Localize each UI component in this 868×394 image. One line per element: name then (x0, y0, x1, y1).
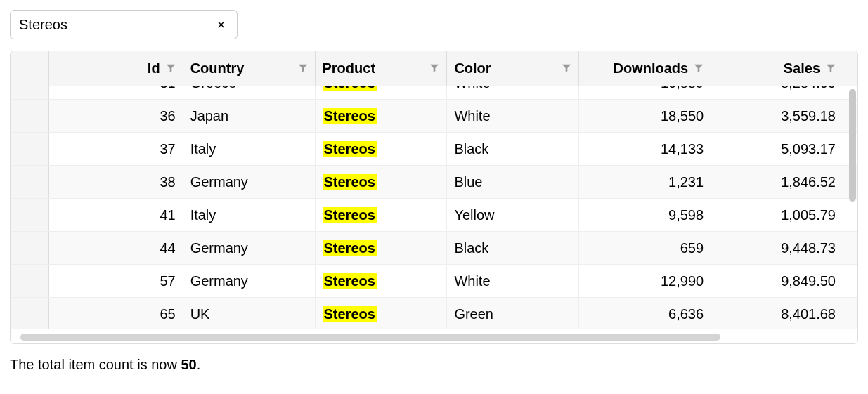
column-label: Product (323, 60, 376, 77)
row-header-cell[interactable] (11, 265, 49, 297)
column-label: Id (148, 60, 160, 77)
column-header-id[interactable]: Id (49, 51, 183, 86)
cell-spacer (843, 232, 857, 264)
column-header-color[interactable]: Color (447, 51, 579, 86)
cell-id: 36 (49, 100, 183, 132)
cell-id: 38 (49, 166, 183, 198)
cell-id: 65 (49, 298, 183, 329)
column-label: Sales (784, 60, 820, 77)
cell-downloads: 14,133 (579, 133, 711, 165)
row-header-cell[interactable] (11, 199, 49, 231)
footer-count: 50 (181, 357, 196, 372)
row-header-cell[interactable] (11, 298, 49, 329)
cell-product: Stereos (316, 166, 448, 198)
cell-sales: 3,559.18 (711, 100, 843, 132)
cell-id: 41 (49, 199, 183, 231)
table-row[interactable]: 57GermanyStereosWhite12,9909,849.50 (11, 265, 857, 298)
cell-product: Stereos (316, 100, 448, 132)
cell-color: Green (447, 298, 579, 329)
column-label: Color (454, 60, 491, 77)
filter-icon[interactable] (694, 60, 704, 77)
cell-color: White (447, 86, 579, 99)
cell-downloads: 659 (579, 232, 711, 264)
cell-sales: 9,849.50 (711, 265, 843, 297)
search-bar: × (10, 10, 858, 39)
cell-country: Germany (183, 265, 316, 297)
search-input[interactable] (10, 10, 205, 39)
filter-icon[interactable] (298, 60, 308, 77)
cell-downloads: 10,889 (579, 86, 711, 99)
cell-id: 31 (49, 86, 183, 99)
table-row[interactable]: 65UKStereosGreen6,6368,401.68 (11, 298, 857, 329)
horizontal-scrollbar[interactable] (20, 334, 720, 341)
cell-spacer (843, 298, 857, 329)
cell-sales: 8,284.00 (711, 86, 843, 99)
grid-body[interactable]: 31GreeceStereosWhite10,8898,284.0036Japa… (11, 86, 857, 329)
column-header-product[interactable]: Product (316, 51, 448, 86)
row-header-cell[interactable] (11, 166, 49, 198)
row-selector-header (11, 51, 49, 86)
table-row[interactable]: 44GermanyStereosBlack6599,448.73 (11, 232, 857, 265)
cell-country: Japan (183, 100, 316, 132)
column-header-sales[interactable]: Sales (711, 51, 843, 86)
cell-color: Yellow (447, 199, 579, 231)
cell-sales: 9,448.73 (711, 232, 843, 264)
column-header-spacer (843, 51, 857, 86)
filter-icon[interactable] (826, 60, 836, 77)
search-highlight: Stereos (323, 174, 377, 190)
search-highlight: Stereos (323, 86, 377, 91)
footer-text: The total item count is now 50. (10, 357, 858, 373)
table-row[interactable]: 38GermanyStereosBlue1,2311,846.52 (11, 166, 857, 199)
cell-sales: 1,846.52 (711, 166, 843, 198)
cell-product: Stereos (316, 298, 448, 329)
row-header-cell[interactable] (11, 100, 49, 132)
column-header-downloads[interactable]: Downloads (579, 51, 711, 86)
grid-header-row: Id Country Product Color Downloads (11, 51, 857, 86)
cell-country: Greece (183, 86, 316, 99)
vertical-scrollbar[interactable] (849, 89, 856, 202)
column-header-country[interactable]: Country (183, 51, 316, 86)
cell-id: 57 (49, 265, 183, 297)
cell-country: Italy (183, 133, 316, 165)
cell-product: Stereos (316, 86, 448, 99)
row-header-cell[interactable] (11, 232, 49, 264)
data-grid: Id Country Product Color Downloads (10, 51, 858, 344)
table-row[interactable]: 31GreeceStereosWhite10,8898,284.00 (11, 86, 857, 100)
column-label: Country (190, 60, 245, 77)
search-highlight: Stereos (323, 240, 377, 256)
cell-spacer (843, 265, 857, 297)
search-highlight: Stereos (323, 273, 377, 289)
cell-country: UK (183, 298, 316, 329)
filter-icon[interactable] (562, 60, 571, 77)
cell-downloads: 6,636 (579, 298, 711, 329)
filter-icon[interactable] (429, 60, 439, 77)
close-icon: × (217, 17, 226, 33)
cell-product: Stereos (316, 199, 448, 231)
cell-spacer (843, 199, 857, 231)
cell-color: Black (447, 232, 579, 264)
row-header-cell[interactable] (11, 86, 49, 99)
search-highlight: Stereos (323, 207, 377, 223)
cell-country: Italy (183, 199, 316, 231)
cell-sales: 1,005.79 (711, 199, 843, 231)
cell-country: Germany (183, 166, 316, 198)
column-label: Downloads (613, 60, 688, 77)
cell-product: Stereos (316, 133, 448, 165)
clear-search-button[interactable]: × (205, 10, 238, 39)
cell-color: Black (447, 133, 579, 165)
cell-color: White (447, 265, 579, 297)
cell-country: Germany (183, 232, 316, 264)
cell-color: White (447, 100, 579, 132)
cell-downloads: 12,990 (579, 265, 711, 297)
table-row[interactable]: 37ItalyStereosBlack14,1335,093.17 (11, 133, 857, 166)
table-row[interactable]: 36JapanStereosWhite18,5503,559.18 (11, 100, 857, 133)
cell-id: 44 (49, 232, 183, 264)
cell-color: Blue (447, 166, 579, 198)
row-header-cell[interactable] (11, 133, 49, 165)
filter-icon[interactable] (166, 60, 176, 77)
cell-downloads: 1,231 (579, 166, 711, 198)
search-highlight: Stereos (323, 108, 377, 124)
cell-product: Stereos (316, 265, 448, 297)
cell-sales: 8,401.68 (711, 298, 843, 329)
table-row[interactable]: 41ItalyStereosYellow9,5981,005.79 (11, 199, 857, 232)
